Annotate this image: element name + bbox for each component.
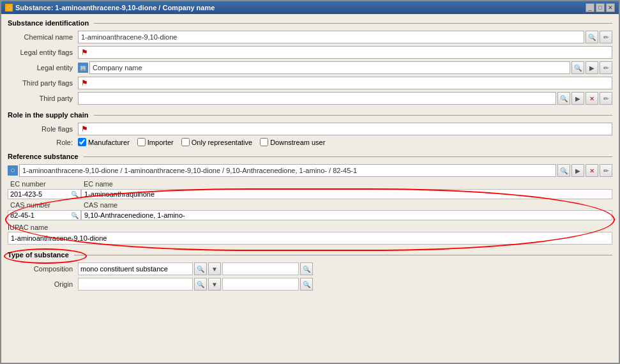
close-button[interactable]: ✕ [606, 3, 615, 12]
manufacturer-label: Manufacturer [88, 139, 130, 146]
third-party-row: Third party 🔍 ▶ ✕ ✏ [8, 92, 612, 105]
reference-substance-title: Reference substance [8, 153, 81, 160]
third-party-controls: 🔍 ▶ ✕ ✏ [78, 92, 612, 105]
legal-entity-flags-container: ⚑ [78, 46, 612, 59]
legal-entity-flags-controls: ⚑ [78, 46, 612, 59]
legal-entity-flags-row: Legal entity flags ⚑ [8, 46, 612, 59]
chemical-name-row: Chemical name 🔍 ✏ [8, 31, 612, 43]
composition-secondary-search-btn[interactable]: 🔍 [300, 262, 313, 275]
role-flags-container: ⚑ [78, 123, 612, 135]
title-bar-left: ⬡ Substance: 1-aminoanthracene-9,10-dion… [5, 4, 215, 11]
role-flags-row: Role flags ⚑ [8, 123, 612, 135]
only-rep-checkbox[interactable] [181, 138, 190, 146]
origin-search-btn[interactable]: 🔍 [194, 278, 207, 291]
chemical-name-controls: 🔍 ✏ [78, 31, 612, 43]
composition-row: Composition 🔍 ▼ 🔍 [8, 262, 612, 275]
only-rep-checkbox-item[interactable]: Only representative [181, 138, 252, 146]
section-header-type: Type of substance [8, 251, 612, 259]
origin-controls: 🔍 ▼ 🔍 [78, 278, 313, 291]
ref-substance-icon: ⬡ [8, 165, 18, 176]
role-flags-label: Role flags [8, 125, 78, 133]
importer-checkbox[interactable] [137, 138, 146, 146]
maximize-button[interactable]: □ [596, 3, 605, 12]
ref-edit-btn[interactable]: ✏ [600, 164, 612, 177]
ec-cas-headers: EC number EC name [8, 179, 612, 188]
iupac-label: IUPAC name [8, 223, 612, 232]
legal-entity-nav-btn[interactable]: ▶ [586, 61, 598, 74]
substance-identification-section: Substance identification Chemical name 🔍… [8, 19, 612, 105]
role-section-divider [94, 115, 612, 116]
ec-name-header: EC name [81, 179, 612, 188]
type-substance-title: Type of substance [8, 251, 72, 259]
chemical-name-search-btn[interactable]: 🔍 [586, 31, 598, 43]
legal-entity-controls: 🏢 🔍 ▶ ✏ [78, 61, 612, 74]
cas-headers: CAS number CAS name [8, 201, 612, 209]
ec-row: 201-423-5 🔍 1-aminoanthraquinone [8, 189, 612, 199]
ref-substance-input[interactable] [19, 164, 556, 177]
ec-search-icon[interactable]: 🔍 [71, 191, 79, 198]
composition-secondary-input[interactable] [222, 262, 299, 275]
third-party-del-btn[interactable]: ✕ [586, 92, 598, 105]
third-party-input[interactable] [78, 92, 556, 105]
cas-name-cell: 9,10-Anthracenedione, 1-amino- [81, 210, 612, 220]
cas-number-value: 82-45-1 [10, 211, 70, 219]
type-substance-section: Type of substance Composition 🔍 ▼ 🔍 Ori [8, 251, 612, 291]
third-party-flags-row: Third party flags ⚑ [8, 77, 612, 89]
downstream-checkbox-item[interactable]: Downstream user [260, 138, 325, 146]
third-party-edit-btn[interactable]: ✏ [600, 92, 612, 105]
legal-entity-edit-btn[interactable]: ✏ [600, 61, 612, 74]
origin-secondary-input[interactable] [222, 278, 299, 291]
ec-number-cell: 201-423-5 🔍 [8, 189, 81, 199]
third-party-nav-btn[interactable]: ▶ [571, 92, 584, 105]
role-checkboxes: Manufacturer Importer Only representativ… [78, 138, 325, 146]
ref-section-divider [84, 156, 612, 157]
origin-dropdown-btn[interactable]: ▼ [208, 278, 221, 291]
third-party-search-btn[interactable]: 🔍 [557, 92, 570, 105]
ref-search-btn[interactable]: 🔍 [557, 164, 570, 177]
legal-entity-row: Legal entity 🏢 🔍 ▶ ✏ [8, 61, 612, 74]
origin-label: Origin [8, 280, 78, 288]
content-area: Substance identification Chemical name 🔍… [1, 14, 619, 363]
ref-nav-btn[interactable]: ▶ [571, 164, 584, 177]
minimize-button[interactable]: _ [586, 3, 594, 12]
section-header-role: Role in the supply chain [8, 111, 612, 119]
composition-search-btn[interactable]: 🔍 [194, 262, 207, 275]
cas-search-icon[interactable]: 🔍 [71, 212, 79, 219]
ref-del-btn[interactable]: ✕ [586, 164, 598, 177]
downstream-checkbox[interactable] [260, 138, 268, 146]
role-flag-icon: ⚑ [81, 125, 88, 133]
composition-dropdown-btn[interactable]: ▼ [208, 262, 221, 275]
origin-input[interactable] [78, 278, 193, 291]
ec-name-value: 1-aminoanthraquinone [84, 190, 155, 198]
chemical-name-input[interactable] [78, 31, 584, 43]
origin-secondary-search-btn[interactable]: 🔍 [300, 278, 313, 291]
cas-row: 82-45-1 🔍 9,10-Anthracenedione, 1-amino- [8, 210, 612, 220]
type-header-wrap: Type of substance [8, 251, 72, 259]
third-party-label: Third party [8, 95, 78, 102]
window-title: Substance: 1-aminoanthracene-9,10-dione … [15, 4, 215, 11]
iupac-input[interactable] [8, 232, 612, 245]
manufacturer-checkbox[interactable] [78, 138, 86, 146]
importer-label: Importer [147, 139, 174, 146]
legal-entity-input[interactable] [89, 61, 570, 74]
section-header-substance: Substance identification [8, 19, 612, 27]
composition-input[interactable] [78, 262, 193, 275]
type-section-divider [74, 255, 612, 255]
chemical-name-edit-btn[interactable]: ✏ [600, 31, 612, 43]
title-bar: ⬡ Substance: 1-aminoanthracene-9,10-dion… [1, 1, 619, 14]
cas-number-cell: 82-45-1 🔍 [8, 210, 81, 220]
app-icon: ⬡ [5, 4, 13, 11]
chemical-name-label: Chemical name [8, 33, 78, 41]
cas-name-header: CAS name [81, 201, 612, 209]
cas-name-value: 9,10-Anthracenedione, 1-amino- [84, 211, 185, 219]
role-checkboxes-row: Role: Manufacturer Importer Only represe… [8, 138, 612, 146]
manufacturer-checkbox-item[interactable]: Manufacturer [78, 138, 130, 146]
ref-substance-input-row: ⬡ 🔍 ▶ ✕ ✏ [8, 164, 612, 177]
ec-number-header: EC number [8, 179, 81, 188]
third-party-flags-label: Third party flags [8, 79, 78, 87]
ec-name-cell: 1-aminoanthraquinone [81, 189, 612, 199]
importer-checkbox-item[interactable]: Importer [137, 138, 174, 146]
legal-entity-search-btn[interactable]: 🔍 [571, 61, 584, 74]
third-party-flag-icon: ⚑ [81, 79, 88, 87]
section-header-reference: Reference substance [8, 153, 612, 160]
